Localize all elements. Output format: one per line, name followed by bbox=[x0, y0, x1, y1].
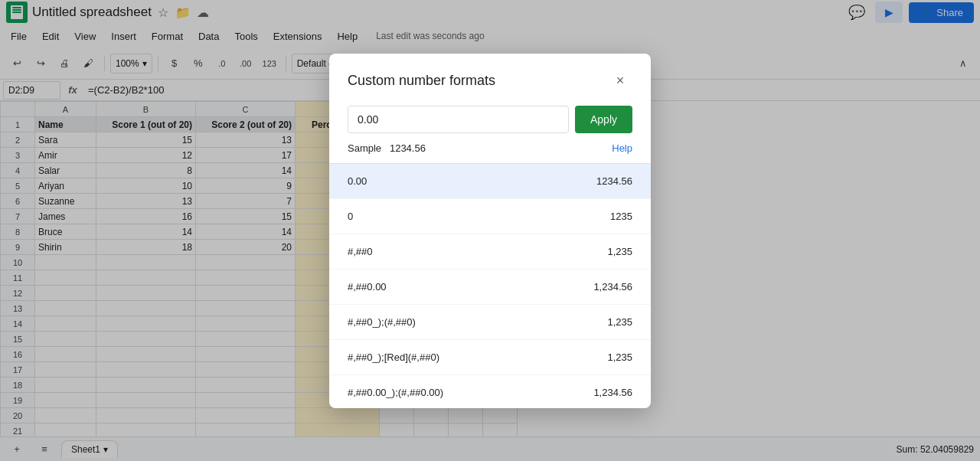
help-link[interactable]: Help bbox=[612, 142, 632, 154]
dialog-close-button[interactable]: × bbox=[608, 69, 632, 93]
format-preview-value: 1,235 bbox=[607, 351, 632, 363]
format-list-item[interactable]: #,##0.001,234.56 bbox=[329, 270, 651, 305]
apply-button[interactable]: Apply bbox=[575, 106, 632, 133]
format-name-label: #,##0_);(#,##0) bbox=[348, 316, 416, 328]
format-preview-value: 1,235 bbox=[607, 316, 632, 328]
sample-value: 1234.56 bbox=[390, 142, 426, 154]
format-list-item[interactable]: #,##01,235 bbox=[329, 234, 651, 270]
format-list-item[interactable]: #,##0_);[Red](#,##0)1,235 bbox=[329, 340, 651, 375]
format-preview-value: 1,234.56 bbox=[593, 387, 632, 398]
format-name-label: 0 bbox=[348, 211, 353, 222]
sample-label: Sample 1234.56 bbox=[348, 142, 426, 154]
format-name-label: #,##0 bbox=[348, 246, 373, 257]
format-list-item[interactable]: 01235 bbox=[329, 199, 651, 234]
format-name-label: 0.00 bbox=[348, 175, 367, 187]
format-preview-value: 1235 bbox=[610, 211, 632, 222]
format-list-item[interactable]: #,##0.00_);(#,##0.00)1,234.56 bbox=[329, 375, 651, 408]
modal-overlay: Custom number formats × Apply Sample 123… bbox=[0, 0, 980, 461]
format-code-input[interactable] bbox=[348, 106, 569, 133]
format-list: 0.001234.5601235#,##01,235#,##0.001,234.… bbox=[329, 163, 651, 408]
format-list-item[interactable]: 0.001234.56 bbox=[329, 164, 651, 199]
format-preview-value: 1,235 bbox=[607, 246, 632, 257]
format-preview-value: 1,234.56 bbox=[593, 281, 632, 293]
format-input-row: Apply bbox=[329, 106, 651, 142]
format-preview-value: 1234.56 bbox=[596, 175, 632, 187]
format-name-label: #,##0_);[Red](#,##0) bbox=[348, 351, 439, 363]
dialog-header: Custom number formats × bbox=[329, 54, 651, 106]
dialog-title: Custom number formats bbox=[348, 73, 495, 89]
sample-row: Sample 1234.56 Help bbox=[329, 142, 651, 163]
format-list-item[interactable]: #,##0_);(#,##0)1,235 bbox=[329, 305, 651, 340]
format-name-label: #,##0.00_);(#,##0.00) bbox=[348, 387, 443, 398]
custom-number-formats-dialog: Custom number formats × Apply Sample 123… bbox=[329, 54, 651, 408]
format-name-label: #,##0.00 bbox=[348, 281, 387, 293]
